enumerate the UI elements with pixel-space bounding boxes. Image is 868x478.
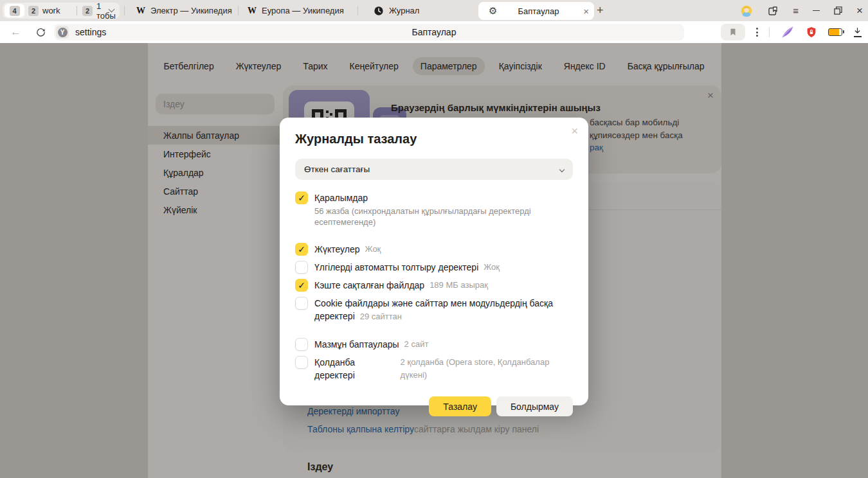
downloads-icon[interactable] [853,27,862,37]
tab-title: Электр — Уикипедия [150,6,232,15]
browser-window: 4 2 work 2 1 тобы W Электр — Уикипедия W… [0,0,868,478]
settings-page: Бетбелгілер Жүктеулер Тарих Кеңейтулер П… [0,43,868,478]
tab-group-count-badge: 2 [28,6,39,16]
option-hint: 29 сайттан [360,312,402,321]
period-select-value: Өткен сағаттағы [304,164,370,174]
tab-close-icon[interactable]: × [583,6,589,16]
option-downloads[interactable]: ✓ Жүктеулер Жоқ [295,243,573,256]
url-text: settings [75,27,106,37]
feather-extension-icon[interactable] [781,25,795,39]
checkbox-unchecked[interactable] [295,356,308,369]
tab-bar: 4 2 work 2 1 тобы W Электр — Уикипедия W… [0,0,868,21]
option-cookies[interactable]: Cookie файлдары және сайттар мен модульд… [295,297,573,323]
divider [238,6,239,15]
tab-wikipedia-electr[interactable]: W Электр — Уикипедия [136,0,232,21]
profile-avatar[interactable] [740,4,753,17]
address-bar[interactable]: Y settings [54,24,684,40]
period-select[interactable]: Өткен сағаттағы [295,159,573,180]
dialog-title: Журналды тазалау [295,118,573,146]
gear-icon: ⚙ [489,5,497,17]
toolbar: ← Y settings Баптаулар [0,21,868,43]
tab-groups-container: 4 2 work 2 1 тобы [3,3,120,19]
chevron-down-icon [559,166,565,172]
divider [769,27,770,37]
close-window-icon[interactable]: × [856,4,863,17]
option-content-settings[interactable]: Мазмұн баптаулары 2 сайт [295,338,573,351]
tab-group-current[interactable]: 4 [5,4,24,17]
checkbox-unchecked[interactable] [295,338,308,351]
divider [357,6,358,15]
tab-group-label: work [42,6,60,15]
tab-title: Журнал [389,6,419,15]
wikipedia-icon: W [136,6,145,16]
checkbox-unchecked[interactable] [295,261,308,274]
tab-group-work[interactable]: 2 work [28,4,60,17]
menu-icon[interactable]: ≡ [793,5,799,16]
check-icon: ✓ [298,281,305,290]
checkbox-unchecked[interactable] [295,297,308,310]
option-hint: 2 қолданба (Opera store, Қолданбалар дүк… [401,356,573,382]
checkbox-checked[interactable]: ✓ [295,191,308,204]
bookmark-icon [728,27,737,37]
site-icon: Y [56,26,69,39]
tab-title: Еуропа — Уикипедия [262,6,344,15]
option-app-data[interactable]: Қолданба деректері 2 қолданба (Opera sto… [295,356,573,382]
option-hint: Жоқ [365,243,381,256]
clear-button[interactable]: Тазалау [429,396,491,416]
cancel-button[interactable]: Болдырмау [496,396,573,416]
dialog-buttons: Тазалау Болдырмау [295,396,573,416]
battery-icon[interactable] [828,28,842,36]
check-icon: ✓ [298,193,305,202]
option-browsing-history[interactable]: ✓ Қаралымдар [295,191,573,204]
check-icon: ✓ [298,245,305,254]
maximize-icon[interactable] [834,6,842,15]
side-panel-icon[interactable] [767,5,779,17]
clear-history-dialog: × Журналды тазалау Өткен сағаттағы ✓ Қар… [280,118,588,405]
tab-wikipedia-europe[interactable]: W Еуропа — Уикипедия [248,0,344,21]
tab-group-label: 1 тобы [96,1,120,21]
checkbox-checked[interactable]: ✓ [295,279,308,292]
tab-title: Баптаулар [518,6,559,16]
toolbar-right-icons [721,21,862,43]
tabbar-right-controls: ≡ × [740,0,863,21]
option-hint: 189 МБ азырақ [429,279,488,292]
option-autofill[interactable]: Үлгілерді автоматты толтыру деректері Жо… [295,261,573,274]
tab-group-count-badge: 4 [10,6,20,16]
tab-settings-active[interactable]: ⚙ Баптаулар × [478,2,594,20]
clock-icon [374,6,384,16]
bookmark-button[interactable] [721,24,745,40]
refresh-icon[interactable] [35,21,46,43]
tab-group-count-badge: 2 [82,6,93,16]
option-subtext: 56 жазба (синхрондалатын құрылғылардағы … [314,206,573,227]
back-icon[interactable]: ← [10,21,21,43]
more-options-icon[interactable] [756,28,758,37]
minimize-icon[interactable] [813,10,820,11]
divider [124,6,125,15]
tab-group-1toby[interactable]: 2 1 тобы [82,4,120,17]
protect-shield-icon[interactable] [806,26,817,39]
new-tab-button[interactable]: + [597,4,604,17]
checkbox-checked[interactable]: ✓ [295,243,308,256]
option-hint: Жоқ [484,261,500,274]
tab-journal[interactable]: Журнал [374,0,419,21]
option-hint: 2 сайт [404,338,429,351]
dialog-close-icon[interactable]: × [571,125,578,137]
option-cache[interactable]: ✓ Кэште сақталған файлдар 189 МБ азырақ [295,279,573,292]
divider [77,6,77,15]
clear-options-list: ✓ Қаралымдар 56 жазба (синхрондалатын құ… [295,191,573,382]
wikipedia-icon: W [248,6,257,16]
